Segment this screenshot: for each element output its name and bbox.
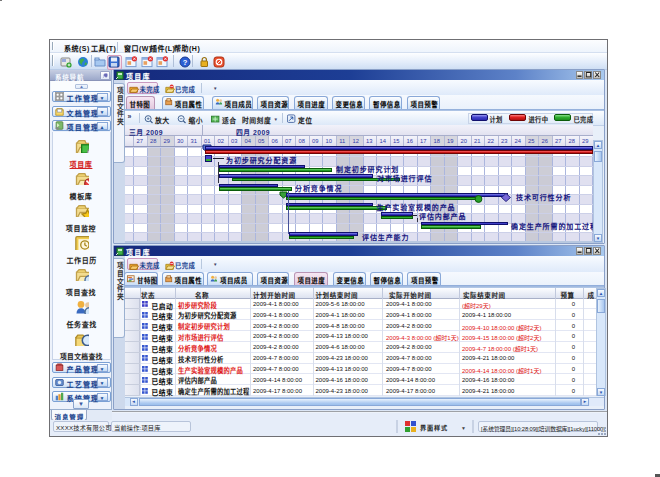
svg-text:?: ? bbox=[183, 58, 188, 67]
